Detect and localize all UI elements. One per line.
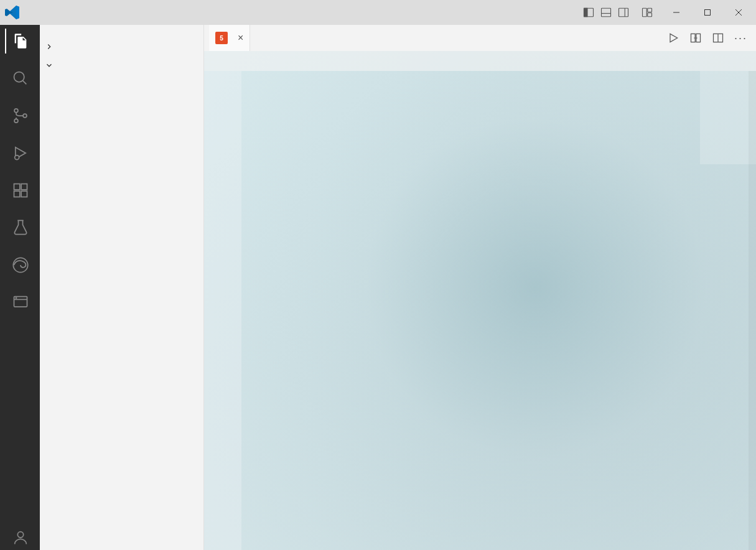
tab-close-button[interactable]: × — [238, 32, 243, 44]
editor-more[interactable]: ··· — [734, 32, 747, 45]
layout-customize-icon[interactable] — [642, 7, 653, 18]
svg-rect-9 — [648, 13, 652, 17]
split-right-icon[interactable] — [712, 32, 724, 44]
menu-go[interactable] — [97, 10, 105, 15]
run-icon[interactable] — [667, 32, 679, 44]
svg-point-18 — [23, 114, 27, 118]
activity-live-preview[interactable] — [5, 290, 35, 315]
code-content[interactable] — [241, 71, 756, 550]
menu-bar — [27, 10, 122, 15]
svg-point-29 — [17, 532, 23, 538]
svg-line-15 — [23, 81, 27, 85]
svg-rect-8 — [648, 8, 652, 12]
vertical-scrollbar[interactable] — [749, 71, 756, 550]
svg-rect-3 — [602, 8, 611, 17]
breadcrumb — [204, 51, 756, 71]
section-open-editors[interactable] — [40, 40, 203, 54]
line-numbers — [204, 71, 241, 550]
menu-edit[interactable] — [45, 10, 52, 15]
svg-point-28 — [16, 297, 16, 298]
svg-point-19 — [15, 156, 19, 160]
layout-left-icon[interactable] — [583, 7, 594, 18]
activity-search[interactable] — [5, 66, 35, 91]
activity-edge[interactable] — [5, 253, 35, 277]
activity-testing[interactable] — [5, 215, 35, 240]
menu-file[interactable] — [27, 10, 35, 15]
sidebar-header — [40, 25, 203, 37]
svg-rect-20 — [14, 184, 20, 190]
activity-accounts[interactable] — [5, 525, 35, 550]
layout-bottom-icon[interactable] — [600, 7, 612, 18]
activity-run-debug[interactable] — [5, 141, 35, 165]
svg-rect-5 — [619, 8, 628, 17]
window-minimize[interactable] — [664, 3, 689, 22]
activity-bar — [0, 25, 40, 550]
activity-explorer[interactable] — [5, 29, 35, 54]
main-area: 5 × ··· — [0, 25, 756, 550]
section-project[interactable] — [40, 58, 203, 72]
code-area[interactable] — [204, 71, 756, 550]
menu-selection[interactable] — [62, 10, 70, 15]
titlebar-actions — [583, 3, 751, 22]
window-maximize[interactable] — [695, 3, 720, 22]
svg-rect-23 — [21, 191, 27, 197]
svg-rect-21 — [21, 184, 27, 190]
split-diff-icon[interactable] — [689, 32, 702, 44]
title-bar — [0, 0, 756, 25]
layout-right-icon[interactable] — [618, 7, 629, 18]
sidebar-explorer — [40, 25, 204, 550]
svg-point-16 — [14, 109, 18, 113]
svg-point-14 — [14, 72, 24, 82]
editor-area: 5 × ··· — [204, 25, 756, 550]
svg-rect-22 — [14, 191, 20, 197]
svg-point-17 — [14, 119, 18, 123]
svg-rect-11 — [705, 10, 711, 16]
html-file-icon: 5 — [215, 32, 228, 44]
svg-rect-7 — [643, 8, 647, 17]
tab-fonticon[interactable]: 5 × — [209, 25, 250, 51]
svg-rect-2 — [584, 8, 587, 17]
menu-more[interactable] — [114, 10, 122, 15]
vscode-logo-icon — [5, 5, 20, 20]
activity-extensions[interactable] — [5, 178, 35, 203]
activity-source-control[interactable] — [5, 103, 35, 128]
editor-tabs: 5 × ··· — [204, 25, 756, 51]
window-close[interactable] — [726, 3, 751, 22]
menu-view[interactable] — [80, 10, 87, 15]
